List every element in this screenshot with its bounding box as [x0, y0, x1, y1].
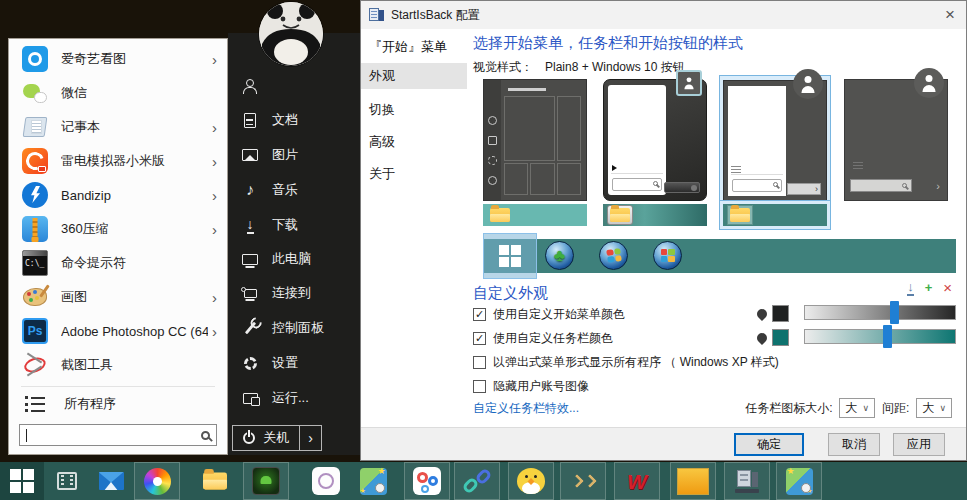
app-label: 截图工具 [61, 356, 113, 374]
task-view-button[interactable] [44, 462, 90, 500]
close-icon[interactable]: × [934, 1, 966, 29]
shutdown-options-arrow[interactable]: › [299, 426, 321, 450]
pictures-icon [241, 146, 259, 164]
taskbar-chick-app[interactable] [508, 462, 554, 500]
style-thumbnail-plain8-selected[interactable]: › [723, 80, 827, 202]
settings-item[interactable]: 设置 [241, 351, 298, 375]
taskbar-browser[interactable] [134, 462, 180, 500]
checkbox-row-xp-style[interactable]: 以弹出式菜单形式显示所有程序 （ Windows XP 样式) [473, 354, 779, 370]
taskbar-file-explorer[interactable] [192, 462, 238, 500]
photoshop-icon: Ps [22, 318, 48, 344]
taskbar-preview-light[interactable] [483, 204, 587, 226]
user-avatar[interactable] [259, 2, 323, 66]
startisback-app-icon [369, 8, 384, 23]
user-files-item[interactable] [241, 73, 259, 97]
taskbar-image-tool[interactable]: ★ ★ [350, 462, 396, 500]
checkbox-unchecked[interactable] [473, 356, 486, 369]
search-icon[interactable] [201, 431, 210, 440]
taskbar-color-swatch[interactable] [772, 329, 789, 346]
mini-tile-grid [504, 96, 581, 195]
taskbar-start-button[interactable] [0, 462, 44, 500]
start-button-option-shamrock[interactable]: ♣ [545, 241, 574, 270]
start-menu-item-bandizip[interactable]: Bandizip › [9, 178, 227, 212]
start-menu-item-wechat[interactable]: 微信 [9, 76, 227, 110]
nav-item-appearance[interactable]: 外观 [361, 63, 467, 89]
nav-item-about[interactable]: 关于 [361, 161, 467, 187]
taskbar-brackets-app[interactable] [560, 462, 606, 500]
checkbox-checked[interactable]: ✓ [473, 308, 486, 321]
music-item[interactable]: ♪ 音乐 [241, 178, 298, 202]
ok-button[interactable]: 确定 [734, 433, 804, 456]
start-menu-item-360zip[interactable]: 360压缩 › [9, 212, 227, 246]
pinwheel-browser-icon [144, 468, 171, 495]
documents-item[interactable]: 文档 [241, 108, 298, 132]
dialog-titlebar[interactable]: StartIsBack 配置 × [361, 1, 966, 29]
connect-to-item[interactable]: 连接到 [241, 281, 311, 305]
start-menu-item-iqiyi[interactable]: 爱奇艺看图 › [9, 42, 227, 76]
windows10-flag-icon [499, 245, 521, 267]
start-menu-item-cmd[interactable]: C:\_ 命令提示符 [9, 246, 227, 280]
apply-button[interactable]: 应用 [893, 433, 945, 456]
checkbox-row-hide-avatar[interactable]: 隐藏用户账号图像 [473, 378, 589, 394]
taskbar-link-app[interactable] [454, 462, 500, 500]
taskbar-preview-aero[interactable] [603, 204, 707, 226]
startmenu-color-swatch[interactable] [772, 305, 789, 322]
windows7-flag-icon [606, 248, 622, 263]
start-menu-item-notepad[interactable]: 记事本 › [9, 110, 227, 144]
spacing-dropdown[interactable]: 大 ∨ [916, 398, 952, 418]
visual-style-label: 视觉样式： [473, 59, 533, 76]
color-droplet-icon[interactable] [755, 331, 769, 345]
taskbar-startisback[interactable] [724, 462, 770, 500]
start-menu-item-snippingtool[interactable]: 截图工具 [9, 348, 227, 382]
color-droplet-icon[interactable] [755, 307, 769, 321]
add-style-icon[interactable]: + [925, 280, 933, 296]
style-thumbnail-plain10[interactable]: › [844, 79, 948, 201]
taskbar-image-tool-2[interactable]: ★ ★ [776, 462, 822, 500]
startmenu-color-slider[interactable] [804, 305, 956, 320]
taskbar-preview-flat-selected[interactable] [723, 204, 827, 226]
control-panel-item[interactable]: 控制面板 [241, 316, 324, 340]
start-menu-item-photoshop[interactable]: Ps Adobe Photoshop CC (64 Bit) › [9, 314, 227, 348]
mini-avatar-circle [793, 69, 823, 99]
nav-item-advanced[interactable]: 高级 [361, 129, 467, 155]
style-thumbnail-windows10[interactable] [483, 79, 587, 201]
start-menu-item-paint[interactable]: 画图 › [9, 280, 227, 314]
taskbar-netdisk-app[interactable] [404, 462, 450, 500]
taskbar-orange-app[interactable] [670, 462, 716, 500]
pictures-item[interactable]: 图片 [241, 143, 298, 167]
checkbox-unchecked[interactable] [473, 380, 486, 393]
run-item[interactable]: 运行... [241, 386, 309, 410]
start-button-option-win7-orb[interactable] [599, 241, 628, 270]
download-style-icon[interactable]: ↓ [907, 280, 914, 296]
command-prompt-icon: C:\_ [22, 250, 48, 276]
taskbar-mail[interactable] [88, 462, 134, 500]
taskbar-effects-link[interactable]: 自定义任务栏特效... [473, 400, 579, 417]
icon-size-dropdown[interactable]: 大 ∨ [839, 398, 875, 418]
mini-shutdown-button: › [787, 183, 821, 195]
nav-item-switching[interactable]: 切换 [361, 97, 467, 123]
this-pc-item[interactable]: 此电脑 [241, 247, 311, 271]
checkbox-label: 使用自定义开始菜单颜色 [493, 306, 625, 323]
checkbox-row-startmenu-color[interactable]: ✓ 使用自定义开始菜单颜色 [473, 306, 625, 322]
all-programs-button[interactable]: 所有程序 [9, 389, 227, 419]
style-thumbnail-aero7[interactable] [603, 79, 707, 201]
iqiyi-viewer-icon [22, 46, 48, 72]
startmenu-slider-handle[interactable] [890, 301, 899, 324]
start-button-style-strip: ♣ [483, 239, 956, 273]
taskbar-slider-handle[interactable] [883, 325, 892, 348]
taskbar-red-w-app[interactable]: W [614, 462, 660, 500]
start-search-input[interactable] [19, 424, 217, 446]
remove-style-icon[interactable]: × [943, 280, 952, 296]
start-menu-item-ld-emulator[interactable]: 雷电模拟器小米版 › [9, 144, 227, 178]
start-button-option-win10-selected[interactable] [483, 233, 537, 279]
shutdown-button[interactable]: 关机 [233, 426, 299, 450]
taskbar-android-emulator[interactable] [243, 462, 289, 500]
cancel-button[interactable]: 取消 [828, 433, 880, 456]
downloads-item[interactable]: ↓ 下载 [241, 213, 298, 237]
start-button-option-win8-orb[interactable] [653, 241, 682, 270]
taskbar-color-slider[interactable] [804, 329, 956, 344]
checkbox-row-taskbar-color[interactable]: ✓ 使用自定义任务栏颜色 [473, 330, 613, 346]
dialog-title: StartIsBack 配置 [391, 7, 480, 24]
checkbox-checked[interactable]: ✓ [473, 332, 486, 345]
taskbar-circle-app[interactable] [303, 462, 349, 500]
